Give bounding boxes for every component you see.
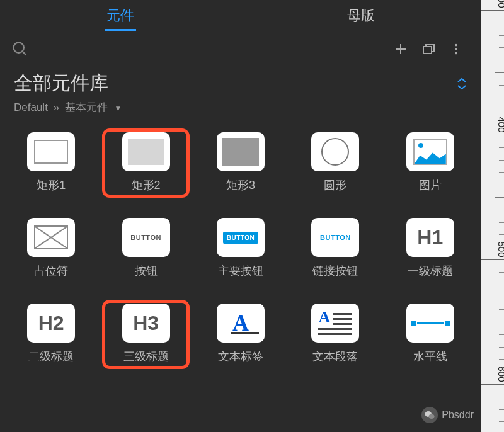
widget-heading[interactable]: H1一级标题 <box>387 214 474 283</box>
widget-paragraph[interactable]: A文本段落 <box>292 300 379 369</box>
widget-thumbnail <box>217 132 265 171</box>
library-title: 全部元件库 <box>14 71 108 96</box>
widget-label: 主要按钮 <box>218 263 263 278</box>
breadcrumb[interactable]: Default » 基本元件 ▼ <box>0 96 481 123</box>
widget-placeholder[interactable]: 占位符 <box>8 214 94 283</box>
ruler-tick-label: 300 <box>496 0 505 8</box>
widget-label: 水平线 <box>413 349 447 364</box>
widget-thumbnail <box>406 132 454 171</box>
widget-button[interactable]: BUTTON按钮 <box>102 214 189 283</box>
add-button[interactable] <box>387 35 415 63</box>
svg-rect-4 <box>423 47 432 54</box>
widget-rect3[interactable]: 矩形3 <box>197 128 284 198</box>
widget-label: 矩形1 <box>37 178 66 193</box>
svg-point-5 <box>455 44 457 47</box>
widget-thumbnail: A <box>311 304 359 343</box>
widget-thumbnail: A <box>217 304 265 343</box>
widget-button-primary[interactable]: BUTTON主要按钮 <box>197 214 284 283</box>
widget-thumbnail <box>27 218 75 257</box>
ruler-tick-label: 500 <box>496 241 505 257</box>
widget-thumbnail: BUTTON <box>311 218 359 257</box>
widget-image[interactable]: 图片 <box>387 128 474 198</box>
breadcrumb-leaf: 基本元件 <box>65 101 108 113</box>
svg-point-9 <box>429 414 435 419</box>
watermark-text: Pbsddr <box>442 409 474 421</box>
widget-thumbnail: H2 <box>27 304 75 343</box>
widget-thumbnail <box>122 132 170 171</box>
widget-label: 占位符 <box>34 263 68 278</box>
widget-label: 图片 <box>419 178 442 193</box>
widget-label: 文本段落 <box>312 349 358 364</box>
ruler-tick-label: 600 <box>496 366 505 382</box>
ruler-tick-label: 400 <box>496 117 505 132</box>
widget-label: 链接按钮 <box>312 263 358 278</box>
widget-heading[interactable]: H2二级标题 <box>8 300 94 369</box>
expand-collapse-icon[interactable] <box>456 77 467 90</box>
windows-icon[interactable] <box>415 35 442 63</box>
svg-point-7 <box>455 52 457 55</box>
widgets-panel: 元件 母版 全部元件库 Default » 基本元件 ▼ 矩形1矩形2矩形3圆形… <box>0 0 481 432</box>
wechat-icon <box>421 407 438 423</box>
vertical-ruler: 300400500600 <box>481 0 504 432</box>
breadcrumb-separator: » <box>54 101 59 113</box>
widget-label: 文本标签 <box>218 349 263 364</box>
widget-rect1[interactable]: 矩形1 <box>8 128 94 198</box>
widget-label: 圆形 <box>324 178 346 193</box>
widget-grid: 矩形1矩形2矩形3圆形图片占位符BUTTON按钮BUTTON主要按钮BUTTON… <box>0 123 481 374</box>
library-header: 全部元件库 <box>0 67 481 96</box>
breadcrumb-caret-icon: ▼ <box>115 104 122 113</box>
widget-label: 矩形3 <box>226 178 255 193</box>
widget-label: 按钮 <box>135 263 158 278</box>
widget-label: 三级标题 <box>123 349 169 364</box>
widget-label: 二级标题 <box>28 349 74 364</box>
widget-label: 矩形2 <box>132 178 161 193</box>
widget-rect2[interactable]: 矩形2 <box>102 128 189 198</box>
tab-widgets[interactable]: 元件 <box>0 0 241 31</box>
widget-thumbnail <box>311 132 359 171</box>
breadcrumb-root: Default <box>14 101 48 113</box>
svg-point-6 <box>455 48 457 50</box>
search-icon[interactable] <box>11 40 29 58</box>
widget-thumbnail <box>27 132 75 171</box>
widget-button-link[interactable]: BUTTON链接按钮 <box>292 214 379 283</box>
panel-toolbar <box>0 31 481 67</box>
more-options-icon[interactable] <box>442 35 470 63</box>
widget-circle[interactable]: 圆形 <box>292 128 379 198</box>
widget-text-label[interactable]: A文本标签 <box>197 300 284 369</box>
svg-line-1 <box>23 52 26 55</box>
panel-tabs: 元件 母版 <box>0 0 481 31</box>
widget-thumbnail: H3 <box>122 304 170 343</box>
widget-heading[interactable]: H3三级标题 <box>102 300 189 369</box>
svg-point-0 <box>14 43 24 53</box>
widget-thumbnail: BUTTON <box>217 218 265 257</box>
watermark: Pbsddr <box>421 407 474 423</box>
widget-hline[interactable]: 水平线 <box>387 300 474 369</box>
widget-thumbnail: H1 <box>406 218 454 257</box>
widget-thumbnail: BUTTON <box>122 218 170 257</box>
widget-label: 一级标题 <box>408 263 453 278</box>
tab-masters[interactable]: 母版 <box>241 0 481 31</box>
widget-thumbnail <box>406 304 454 343</box>
